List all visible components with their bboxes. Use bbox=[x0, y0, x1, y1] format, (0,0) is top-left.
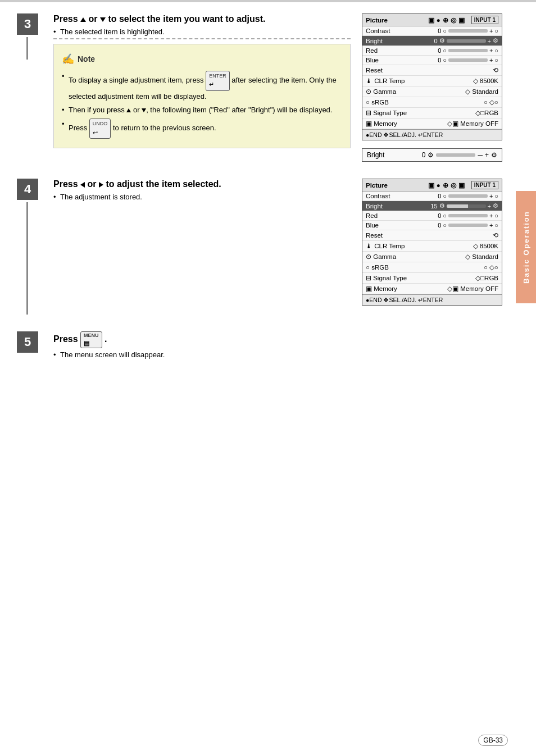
menu-row-bright-1: Bright 0 ⚙ + ⚙ bbox=[362, 36, 502, 46]
step-3-title: Press or to select the item you want to … bbox=[53, 13, 351, 25]
menu-icon-sun: ⊕ bbox=[443, 16, 448, 24]
step-3-layout: Press or to select the item you want to … bbox=[53, 13, 508, 162]
step-3-number: 3 bbox=[17, 13, 38, 35]
note-arrow-up bbox=[126, 108, 131, 112]
menu-slider-bright-2: 15 ⚙ + ⚙ bbox=[430, 202, 498, 210]
step-4-number: 4 bbox=[17, 179, 38, 200]
step-4-body: Press or to adjust the item selected. Th… bbox=[48, 179, 508, 313]
menu-row-bright-2: Bright 15 ⚙ + ⚙ bbox=[362, 201, 502, 211]
input-badge-2: INPUT 1 bbox=[471, 181, 498, 189]
menu-box-1: Picture ▣ ● ⊕ ◎ ▣ INPUT 1 bbox=[362, 13, 502, 140]
reset-icon-2: ⟲ bbox=[493, 231, 498, 239]
track-blue-2 bbox=[448, 224, 488, 227]
note-bullet-3: Press UNDO↩ to return to the previous sc… bbox=[62, 119, 342, 139]
circle-icon-blue: ○ bbox=[443, 57, 447, 63]
bright-slider-track bbox=[436, 153, 475, 157]
track-contrast-2 bbox=[448, 194, 488, 198]
step-5-section: 5 Press MENU ▤ . The menu screen will di… bbox=[17, 331, 508, 361]
menu-icon-sun-2: ⊕ bbox=[443, 181, 448, 189]
menu-row-clrtemp-2: 🌡 CLR Temp ◇ 8500K bbox=[362, 241, 502, 252]
footer-text-2: ●END ❖SEL./ADJ. ↵ENTER bbox=[366, 297, 443, 303]
track-blue-1 bbox=[448, 58, 488, 62]
menu-footer-1: ●END ❖SEL./ADJ. ↵ENTER bbox=[362, 129, 502, 140]
step-3-line bbox=[26, 37, 28, 60]
bright-plus: + bbox=[485, 151, 489, 159]
bright-marker: ─ bbox=[478, 151, 483, 159]
menu-title-1: Picture bbox=[366, 17, 388, 24]
menu-key: MENU ▤ bbox=[80, 331, 102, 348]
top-border bbox=[0, 0, 536, 2]
track-bright-2 bbox=[447, 204, 486, 208]
enter-key: ENTER↵ bbox=[206, 71, 230, 91]
menu-slider-contrast-1: 0 ○ + ○ bbox=[438, 28, 498, 34]
menu-row-gamma-1: ⊙ Gamma ◇ Standard bbox=[362, 86, 502, 97]
arrow-up-icon bbox=[80, 17, 86, 22]
menu-slider-red-2: 0 ○ + ○ bbox=[438, 212, 498, 219]
menu-slider-bright-1: 0 ⚙ + ⚙ bbox=[434, 37, 498, 44]
gear-icon-bright: ⚙ bbox=[439, 37, 445, 44]
menu-slider-contrast-2: 0 ○ + ○ bbox=[438, 193, 498, 199]
side-tab-label: Basic Operation bbox=[522, 211, 530, 284]
menu-row-contrast-2: Contrast 0 ○ + ○ bbox=[362, 192, 502, 201]
step-4-number-col: 4 bbox=[17, 179, 48, 315]
track-bright-1 bbox=[447, 39, 486, 43]
menu-icon-grid-2: ▣ bbox=[458, 181, 465, 189]
step-3-left: Press or to select the item you want to … bbox=[53, 13, 351, 162]
menu-row-clrtemp-1: 🌡 CLR Temp ◇ 8500K bbox=[362, 76, 502, 86]
menu-row-srgb-1: ○ sRGB ○ ◇○ bbox=[362, 97, 502, 108]
bright-single-box: Bright 0 ⚙ ─ + ⚙ bbox=[362, 148, 502, 162]
menu-header-icons-2: ▣ ● ⊕ ◎ ▣ INPUT 1 bbox=[428, 181, 498, 189]
reset-icon-1: ⟲ bbox=[493, 66, 498, 74]
circle-icon-contrast: ○ bbox=[443, 28, 447, 34]
track-contrast-1 bbox=[448, 29, 488, 33]
menu-header-1: Picture ▣ ● ⊕ ◎ ▣ INPUT 1 bbox=[362, 14, 502, 26]
track-red-2 bbox=[448, 214, 488, 217]
menu-title-2: Picture bbox=[366, 182, 388, 189]
menu-header-2: Picture ▣ ● ⊕ ◎ ▣ INPUT 1 bbox=[362, 179, 502, 192]
menu-row-signal-1: ⊟ Signal Type ◇□RGB bbox=[362, 108, 502, 119]
menu-icon-target-2: ◎ bbox=[451, 181, 456, 189]
note-arrow-down bbox=[142, 108, 146, 112]
menu-footer-2: ●END ❖SEL./ADJ. ↵ENTER bbox=[362, 294, 502, 305]
menu-slider-red-1: 0 ○ + ○ bbox=[438, 47, 498, 54]
circle-icon-red: ○ bbox=[443, 47, 447, 54]
step-4-section: 4 Press or to adjust the item selected. … bbox=[17, 179, 508, 315]
arrow-left-icon bbox=[80, 182, 85, 188]
menu-row-red-2: Red 0 ○ + ○ bbox=[362, 211, 502, 221]
step-4-right: Picture ▣ ● ⊕ ◎ ▣ INPUT 1 bbox=[351, 179, 508, 313]
wavy-border bbox=[53, 38, 351, 39]
menu-row-red-1: Red 0 ○ + ○ bbox=[362, 46, 502, 56]
menu-row-memory-2: ▣ Memory ◇▣ Memory OFF bbox=[362, 284, 502, 294]
or-text-note: or bbox=[133, 106, 140, 114]
step-5-bullet-1: The menu screen will disappear. bbox=[53, 350, 508, 359]
step-5-number: 5 bbox=[17, 331, 38, 353]
menu-icon-monitor-2: ▣ bbox=[428, 181, 434, 189]
circle-icon-red-r: ○ bbox=[494, 47, 498, 54]
step-3-body: Press or to select the item you want to … bbox=[48, 13, 508, 162]
step-3-bullet-1: The selected item is highlighted. bbox=[53, 28, 351, 36]
input-badge-1: INPUT 1 bbox=[471, 16, 498, 24]
or-text-4: or bbox=[88, 179, 99, 189]
bright-value: 0 bbox=[422, 151, 426, 159]
track-red-1 bbox=[448, 49, 488, 52]
note-title: ✍ Note bbox=[62, 51, 342, 67]
step-4-title: Press or to adjust the item selected. bbox=[53, 179, 351, 190]
arrow-right-icon bbox=[99, 182, 103, 188]
step-4-left: Press or to adjust the item selected. Th… bbox=[53, 179, 351, 313]
step-3-right: Picture ▣ ● ⊕ ◎ ▣ INPUT 1 bbox=[351, 13, 508, 162]
menu-row-contrast-1: Contrast 0 ○ + ○ bbox=[362, 26, 502, 36]
step-4-bullet-1: The adjustment is stored. bbox=[53, 193, 351, 201]
menu-icon-grid: ▣ bbox=[458, 16, 465, 24]
bright-gear-icon: ⚙ bbox=[428, 151, 434, 159]
menu-row-reset-2: Reset ⟲ bbox=[362, 230, 502, 241]
step-4-layout: Press or to adjust the item selected. Th… bbox=[53, 179, 508, 313]
note-content: To display a single adjustment item, pre… bbox=[62, 71, 342, 139]
circle-icon-blue-r: ○ bbox=[494, 57, 498, 63]
menu-row-blue-1: Blue 0 ○ + ○ bbox=[362, 56, 502, 65]
step-4-line bbox=[26, 202, 28, 315]
circle-icon-contrast-r: ○ bbox=[494, 28, 498, 34]
step-3-section: 3 Press or to select the item you want t… bbox=[17, 13, 508, 162]
menu-icon-circle-2: ● bbox=[437, 182, 440, 189]
footer-text-1: ●END ❖SEL./ADJ. ↵ENTER bbox=[366, 131, 443, 138]
menu-row-memory-1: ▣ Memory ◇▣ Memory OFF bbox=[362, 119, 502, 129]
